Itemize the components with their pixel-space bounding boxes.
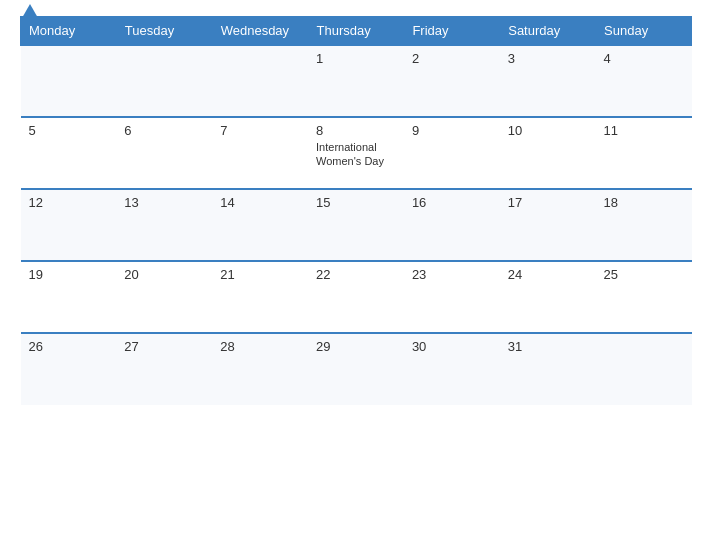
weekday-header-wednesday: Wednesday <box>212 17 308 46</box>
weekday-header-monday: Monday <box>21 17 117 46</box>
calendar-week-row: 12131415161718 <box>21 189 692 261</box>
day-number: 4 <box>604 51 684 66</box>
calendar-cell: 12 <box>21 189 117 261</box>
calendar-cell: 25 <box>596 261 692 333</box>
calendar-cell: 27 <box>116 333 212 405</box>
calendar-week-row: 262728293031 <box>21 333 692 405</box>
day-number: 25 <box>604 267 684 282</box>
weekday-header-row: MondayTuesdayWednesdayThursdayFridaySatu… <box>21 17 692 46</box>
calendar-cell: 13 <box>116 189 212 261</box>
day-number: 11 <box>604 123 684 138</box>
calendar-cell: 14 <box>212 189 308 261</box>
logo-triangle-icon <box>22 4 38 18</box>
calendar-cell: 23 <box>404 261 500 333</box>
day-number: 10 <box>508 123 588 138</box>
weekday-header-thursday: Thursday <box>308 17 404 46</box>
calendar-cell: 21 <box>212 261 308 333</box>
calendar-cell: 24 <box>500 261 596 333</box>
day-number: 14 <box>220 195 300 210</box>
day-number: 13 <box>124 195 204 210</box>
calendar-week-row: 5678International Women's Day91011 <box>21 117 692 189</box>
day-number: 21 <box>220 267 300 282</box>
calendar-cell: 29 <box>308 333 404 405</box>
day-number: 17 <box>508 195 588 210</box>
day-number: 29 <box>316 339 396 354</box>
calendar-cell: 11 <box>596 117 692 189</box>
calendar-cell: 31 <box>500 333 596 405</box>
calendar-cell: 9 <box>404 117 500 189</box>
day-number: 6 <box>124 123 204 138</box>
calendar-cell: 20 <box>116 261 212 333</box>
day-number: 3 <box>508 51 588 66</box>
day-number: 15 <box>316 195 396 210</box>
day-number: 22 <box>316 267 396 282</box>
calendar-cell: 4 <box>596 45 692 117</box>
calendar-cell: 1 <box>308 45 404 117</box>
day-number: 9 <box>412 123 492 138</box>
logo <box>20 4 38 16</box>
day-number: 5 <box>29 123 109 138</box>
day-number: 26 <box>29 339 109 354</box>
day-number: 18 <box>604 195 684 210</box>
calendar-cell: 22 <box>308 261 404 333</box>
calendar-cell: 18 <box>596 189 692 261</box>
logo-blue-text <box>20 4 38 16</box>
day-number: 8 <box>316 123 396 138</box>
calendar-cell <box>596 333 692 405</box>
calendar-cell: 30 <box>404 333 500 405</box>
calendar-cell: 16 <box>404 189 500 261</box>
day-number: 19 <box>29 267 109 282</box>
weekday-header-sunday: Sunday <box>596 17 692 46</box>
day-number: 23 <box>412 267 492 282</box>
calendar-cell <box>21 45 117 117</box>
weekday-header-saturday: Saturday <box>500 17 596 46</box>
calendar-cell <box>116 45 212 117</box>
day-number: 24 <box>508 267 588 282</box>
calendar-week-row: 1234 <box>21 45 692 117</box>
calendar-cell: 19 <box>21 261 117 333</box>
calendar-event: International Women's Day <box>316 141 384 167</box>
calendar-cell: 2 <box>404 45 500 117</box>
calendar-cell: 15 <box>308 189 404 261</box>
day-number: 2 <box>412 51 492 66</box>
calendar-cell: 26 <box>21 333 117 405</box>
day-number: 12 <box>29 195 109 210</box>
calendar-cell: 6 <box>116 117 212 189</box>
calendar-cell <box>212 45 308 117</box>
day-number: 30 <box>412 339 492 354</box>
calendar-cell: 8International Women's Day <box>308 117 404 189</box>
day-number: 16 <box>412 195 492 210</box>
weekday-header-tuesday: Tuesday <box>116 17 212 46</box>
day-number: 1 <box>316 51 396 66</box>
day-number: 27 <box>124 339 204 354</box>
calendar-cell: 17 <box>500 189 596 261</box>
calendar-cell: 28 <box>212 333 308 405</box>
calendar-week-row: 19202122232425 <box>21 261 692 333</box>
calendar-cell: 7 <box>212 117 308 189</box>
day-number: 20 <box>124 267 204 282</box>
day-number: 31 <box>508 339 588 354</box>
day-number: 28 <box>220 339 300 354</box>
calendar-cell: 5 <box>21 117 117 189</box>
weekday-header-friday: Friday <box>404 17 500 46</box>
calendar-table: MondayTuesdayWednesdayThursdayFridaySatu… <box>20 16 692 405</box>
calendar-cell: 10 <box>500 117 596 189</box>
calendar-cell: 3 <box>500 45 596 117</box>
day-number: 7 <box>220 123 300 138</box>
